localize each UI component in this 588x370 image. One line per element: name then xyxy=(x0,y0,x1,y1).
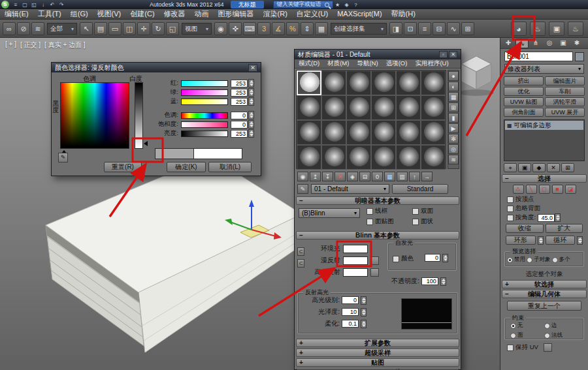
spec-param-spinner[interactable] xyxy=(361,296,367,305)
cancel-button[interactable]: 取消(L) xyxy=(208,162,252,172)
channel-slider[interactable] xyxy=(181,99,228,105)
edge-subobject-icon[interactable]: ╲ xyxy=(526,185,537,194)
constraint-option[interactable]: 面 xyxy=(510,331,544,339)
app-logo-icon[interactable]: S xyxy=(1,1,9,8)
use-pivot-center-icon[interactable]: ◉ xyxy=(214,22,227,35)
mirror-icon[interactable]: ◨ xyxy=(389,22,402,35)
render-production-icon[interactable]: ♨ xyxy=(568,22,583,36)
menu-item[interactable]: 编辑(E) xyxy=(0,9,33,19)
selfillum-spinner[interactable] xyxy=(442,254,448,262)
material-sample-slot[interactable] xyxy=(346,145,371,170)
lock-diffuse-specular-button[interactable]: ⊂ xyxy=(297,259,304,268)
percent-snap-icon[interactable]: % xyxy=(286,22,299,35)
material-editor-icon[interactable]: ◕ xyxy=(511,22,527,36)
menu-item[interactable]: 视图(V) xyxy=(93,9,126,19)
configure-modifier-sets-icon[interactable]: ⊞ xyxy=(561,163,574,172)
menu-item[interactable]: 修改器 xyxy=(159,9,190,19)
rollout-collapsed[interactable]: + 扩展参数 xyxy=(296,339,459,347)
get-material-icon[interactable]: ◉ xyxy=(297,172,308,181)
snaps-toggle-icon[interactable]: 3 xyxy=(257,22,270,35)
ring-spinner[interactable] xyxy=(538,236,544,245)
color-selector-titlebar[interactable]: 颜色选择器: 漫反射颜色 ✕ xyxy=(52,63,261,72)
tab-create[interactable]: ✚ xyxy=(502,39,515,48)
app-menu-icon[interactable]: ≡ xyxy=(11,2,20,8)
material-editor-options-icon[interactable]: ✻ xyxy=(448,134,459,144)
select-by-name-icon[interactable]: ▤ xyxy=(94,22,107,35)
rendered-frame-window-icon[interactable]: ▣ xyxy=(549,22,564,36)
selfillum-value[interactable]: 0 xyxy=(425,254,440,262)
modifier-shortcut-button[interactable]: 涡轮平滑 xyxy=(545,97,585,106)
infocenter-searchbox[interactable]: 键入关键字或短语 xyxy=(273,1,333,8)
layer-manager-icon[interactable]: ≡ xyxy=(418,22,431,35)
menu-item[interactable]: 渲染(R) xyxy=(259,9,292,19)
menu-item[interactable]: 动画 xyxy=(190,9,214,19)
channel-value[interactable]: 253 xyxy=(231,98,248,106)
tab-display[interactable]: ▣ xyxy=(557,39,570,48)
color-sampler-icon[interactable]: ✎ xyxy=(58,153,68,162)
polygon-subobject-icon[interactable]: ■ xyxy=(552,185,563,194)
edit-named-selection-sets-icon[interactable]: ▦ xyxy=(315,22,328,35)
by-angle-checkbox[interactable]: 按角度: 45.0 xyxy=(507,214,588,221)
hue-saturation-gradient[interactable] xyxy=(60,82,129,149)
whiteness-slider[interactable] xyxy=(135,82,143,149)
material-sample-slot[interactable] xyxy=(346,120,371,145)
angle-spinner[interactable] xyxy=(555,213,561,222)
tab-motion[interactable]: ◎ xyxy=(543,39,556,48)
loop-button[interactable]: 循环 xyxy=(546,236,576,245)
modifier-shortcut-button[interactable]: 优化 xyxy=(504,87,544,96)
angle-snap-icon[interactable]: ∡ xyxy=(272,22,285,35)
material-sample-slot[interactable] xyxy=(421,120,446,145)
border-subobject-icon[interactable]: ◻ xyxy=(539,185,550,194)
material-id-channel-icon[interactable]: 0 xyxy=(372,172,383,181)
object-name-field[interactable]: Box001 xyxy=(504,52,573,61)
material-editor-menu-item[interactable]: 模式(D) xyxy=(295,59,323,68)
schematic-view-icon[interactable]: ⊞ xyxy=(461,22,474,35)
channel-slider[interactable] xyxy=(181,112,228,119)
tab-utilities[interactable]: ✱ xyxy=(570,39,583,48)
selfillum-color-checkbox[interactable]: 颜色 xyxy=(393,254,414,263)
select-and-scale-icon[interactable]: ◱ xyxy=(166,22,179,35)
bind-to-space-warp-icon[interactable]: ≋ xyxy=(31,22,44,35)
channel-spinner[interactable] xyxy=(248,79,254,87)
spec-param-spinner[interactable] xyxy=(361,320,367,328)
reset-button[interactable]: 重置(R) xyxy=(104,162,142,172)
preview-selection-option[interactable]: 禁用 xyxy=(507,256,525,264)
channel-slider[interactable] xyxy=(181,131,228,137)
repeat-last-button[interactable]: 重复上一个 xyxy=(507,301,581,311)
minimize-icon[interactable]: ▫ xyxy=(439,51,448,58)
material-name-dropdown[interactable]: 01 - Default xyxy=(311,184,389,194)
go-forward-to-sibling-icon[interactable]: → xyxy=(421,172,433,181)
tab-hierarchy[interactable]: ⋔ xyxy=(529,39,542,48)
ambient-color-swatch[interactable] xyxy=(343,245,368,253)
material-sample-slot[interactable] xyxy=(321,70,346,95)
make-material-copy-icon[interactable]: ◈ xyxy=(347,172,358,181)
channel-value[interactable]: 0 xyxy=(231,121,248,129)
opacity-value[interactable]: 100 xyxy=(421,277,438,285)
select-by-material-icon[interactable]: ◎ xyxy=(448,144,459,154)
menu-item[interactable]: 组(G) xyxy=(66,9,93,19)
shader-type-dropdown[interactable]: (B)Blinn xyxy=(299,208,360,218)
material-sample-slot[interactable] xyxy=(421,145,446,170)
shader-checkbox[interactable]: 线框 xyxy=(367,207,412,215)
material-sample-slot[interactable] xyxy=(297,120,321,145)
redo-icon[interactable]: ↷ xyxy=(57,2,66,8)
channel-spinner[interactable] xyxy=(248,97,254,106)
rollout-shader-basic-parameters[interactable]: − 明暗器基本参数 xyxy=(296,196,459,205)
rollout-collapsed[interactable]: + 超级采样 xyxy=(296,348,459,357)
select-and-manipulate-icon[interactable]: ✜ xyxy=(229,22,242,35)
object-color-swatch[interactable] xyxy=(575,52,584,61)
channel-slider[interactable] xyxy=(181,89,228,96)
rollout-collapsed[interactable]: + 贴图 xyxy=(296,358,459,367)
select-and-rotate-icon[interactable]: ↻ xyxy=(152,22,165,35)
sample-uv-tiling-icon[interactable]: ⊞ xyxy=(448,102,459,112)
rollout-edit-geometry[interactable]: − 编辑几何体 xyxy=(502,290,587,298)
specular-color-swatch[interactable] xyxy=(343,268,368,277)
rollout-soft-selection[interactable]: + 软选择 xyxy=(502,280,587,288)
window-crossing-icon[interactable]: ◫ xyxy=(123,22,136,35)
material-sample-slot[interactable] xyxy=(371,145,396,170)
undo-icon[interactable]: ↶ xyxy=(48,2,57,8)
lock-ambient-diffuse-button[interactable]: ⊂ xyxy=(297,247,304,256)
channel-spinner[interactable] xyxy=(248,88,254,97)
tab-modify[interactable]: ∿ xyxy=(515,39,529,48)
material-sample-slot[interactable] xyxy=(297,95,321,120)
